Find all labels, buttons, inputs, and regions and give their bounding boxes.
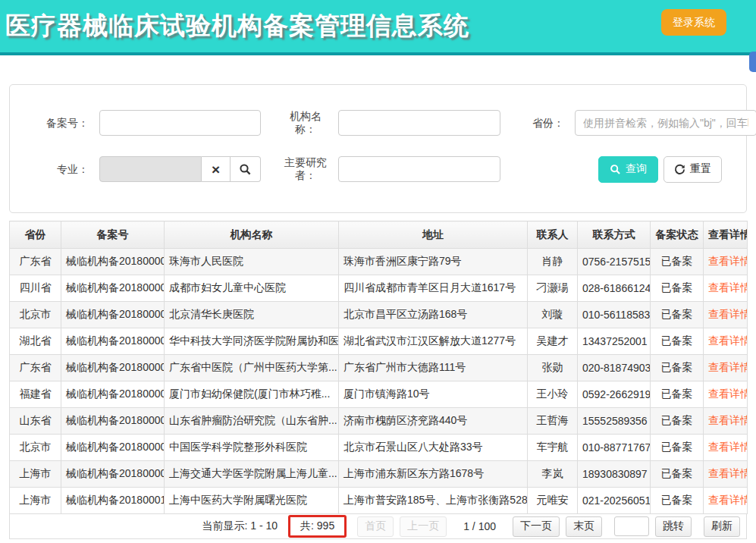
cell-status: 已备案 <box>651 408 704 435</box>
cell-status: 已备案 <box>651 488 704 514</box>
cell-contact: 刘璇 <box>528 302 578 328</box>
cell-detail: 查看详情 <box>704 488 748 514</box>
total-count-text: 共: 995 <box>300 519 334 532</box>
cell-province: 广东省 <box>10 249 61 275</box>
close-icon: × <box>212 162 220 177</box>
view-detail-link[interactable]: 查看详情 <box>708 414 748 426</box>
cell-province: 北京市 <box>10 435 61 461</box>
cell-record-no: 械临机构备201800010 <box>61 488 165 514</box>
login-button[interactable]: 登录系统 <box>661 9 726 36</box>
cell-detail: 查看详情 <box>704 408 748 435</box>
cell-contact: 王哲海 <box>528 408 578 435</box>
cell-phone: 0592-2662919 <box>578 381 651 408</box>
search-actions: 查询 重置 <box>598 156 722 183</box>
cell-contact: 李岚 <box>528 461 578 488</box>
cell-org-name: 珠海市人民医院 <box>165 249 339 275</box>
view-detail-link[interactable]: 查看详情 <box>708 255 748 267</box>
cell-detail: 查看详情 <box>704 355 748 381</box>
cell-org-name: 华中科技大学同济医学院附属协和医院 <box>165 328 339 355</box>
page-jump-input[interactable] <box>614 516 649 536</box>
first-page-button[interactable]: 首页 <box>357 516 394 537</box>
cell-detail: 查看详情 <box>704 461 748 488</box>
specialty-search-button[interactable] <box>231 156 261 182</box>
cell-record-no: 械临机构备201800002 <box>61 275 165 302</box>
query-button-label: 查询 <box>626 162 647 176</box>
prev-page-button[interactable]: 上一页 <box>400 516 447 537</box>
col-header-contact: 联系人 <box>528 221 578 249</box>
results-table-section: 省份 备案号 机构名称 地址 联系人 联系方式 备案状态 查看详情 广东省 械临… <box>9 221 747 539</box>
cell-province: 四川省 <box>10 275 61 302</box>
refresh-button[interactable]: 刷新 <box>704 516 740 537</box>
cell-status: 已备案 <box>651 328 704 355</box>
view-detail-link[interactable]: 查看详情 <box>708 388 748 400</box>
app-header: 医疗器械临床试验机构备案管理信息系统 登录系统 <box>0 0 756 55</box>
table-row: 北京市 械临机构备201800008 中国医学科学院整形外科医院 北京市石景山区… <box>10 435 748 461</box>
cell-province: 上海市 <box>10 488 61 514</box>
view-detail-link[interactable]: 查看详情 <box>708 361 748 373</box>
cell-province: 广东省 <box>10 355 61 381</box>
cell-contact: 车宇航 <box>528 435 578 461</box>
table-row: 山东省 械临机构备201800007 山东省肿瘤防治研究院（山东省肿... 济南… <box>10 408 748 435</box>
jump-button[interactable]: 跳转 <box>655 516 692 537</box>
org-name-input[interactable] <box>338 110 500 136</box>
cell-status: 已备案 <box>651 381 704 408</box>
specialty-input[interactable] <box>99 156 202 182</box>
cell-status: 已备案 <box>651 461 704 488</box>
cell-province: 山东省 <box>10 408 61 435</box>
cell-address: 济南市槐荫区济兖路440号 <box>339 408 528 435</box>
last-page-button[interactable]: 末页 <box>566 516 602 537</box>
search-icon <box>610 164 621 175</box>
cell-province: 湖北省 <box>10 328 61 355</box>
col-header-address: 地址 <box>339 221 528 249</box>
col-header-detail: 查看详情 <box>704 221 748 249</box>
cell-contact: 张勋 <box>528 355 578 381</box>
cell-address: 北京市石景山区八大处路33号 <box>339 435 528 461</box>
cell-contact: 肖静 <box>528 249 578 275</box>
table-row: 广东省 械临机构备201800005 广东省中医院（广州中医药大学第... 广东… <box>10 355 748 381</box>
cell-org-name: 上海中医药大学附属曙光医院 <box>165 488 339 514</box>
results-table: 省份 备案号 机构名称 地址 联系人 联系方式 备案状态 查看详情 广东省 械临… <box>9 221 748 514</box>
cell-detail: 查看详情 <box>704 302 748 328</box>
cell-province: 北京市 <box>10 302 61 328</box>
next-page-button[interactable]: 下一页 <box>513 516 560 537</box>
cell-record-no: 械临机构备201800006 <box>61 381 165 408</box>
table-row: 福建省 械临机构备201800006 厦门市妇幼保健院(厦门市林巧稚... 厦门… <box>10 381 748 408</box>
province-label: 省份： <box>529 117 564 130</box>
col-header-status: 备案状态 <box>651 221 704 249</box>
table-row: 上海市 械临机构备201800010 上海中医药大学附属曙光医院 上海市普安路1… <box>10 488 748 514</box>
view-detail-link[interactable]: 查看详情 <box>708 441 748 453</box>
cell-phone: 010-56118583 <box>578 302 651 328</box>
refresh-icon <box>674 164 685 175</box>
cell-address: 四川省成都市青羊区日月大道1617号 <box>339 275 528 302</box>
cell-contact: 元唯安 <box>528 488 578 514</box>
cell-phone: 13437252001 <box>578 328 651 355</box>
view-detail-link[interactable]: 查看详情 <box>708 308 748 320</box>
reset-button[interactable]: 重置 <box>663 156 722 183</box>
col-header-record-no: 备案号 <box>61 221 165 249</box>
search-icon <box>239 163 252 176</box>
page-title: 医疗器械临床试验机构备案管理信息系统 <box>5 9 469 43</box>
total-count-annotation: 共: 995 <box>288 515 347 538</box>
province-input[interactable] <box>575 110 756 136</box>
cell-phone: 010-88771767 <box>578 435 651 461</box>
cell-address: 广东省广州市大德路111号 <box>339 355 528 381</box>
pagination-bar: 当前显示: 1 - 10 共: 995 首页 上一页 1 / 100 下一页 末… <box>9 514 747 539</box>
pi-input[interactable] <box>338 156 500 182</box>
cell-org-name: 山东省肿瘤防治研究院（山东省肿... <box>165 408 339 435</box>
side-panel-handle[interactable] <box>749 52 756 72</box>
record-no-input[interactable] <box>99 110 261 136</box>
cell-province: 福建省 <box>10 381 61 408</box>
view-detail-link[interactable]: 查看详情 <box>708 281 748 293</box>
cell-org-name: 成都市妇女儿童中心医院 <box>165 275 339 302</box>
view-detail-link[interactable]: 查看详情 <box>708 334 748 347</box>
cell-contact: 王小玲 <box>528 381 578 408</box>
view-detail-link[interactable]: 查看详情 <box>708 467 748 479</box>
table-row: 上海市 械临机构备201800009 上海交通大学医学院附属上海儿童... 上海… <box>10 461 748 488</box>
cell-address: 珠海市香洲区康宁路79号 <box>339 249 528 275</box>
cell-address: 北京市昌平区立汤路168号 <box>339 302 528 328</box>
table-row: 湖北省 械临机构备201800004 华中科技大学同济医学院附属协和医院 湖北省… <box>10 328 748 355</box>
specialty-clear-button[interactable]: × <box>202 156 231 182</box>
view-detail-link[interactable]: 查看详情 <box>708 494 748 506</box>
query-button[interactable]: 查询 <box>598 156 658 183</box>
specialty-input-group: × <box>99 156 261 182</box>
